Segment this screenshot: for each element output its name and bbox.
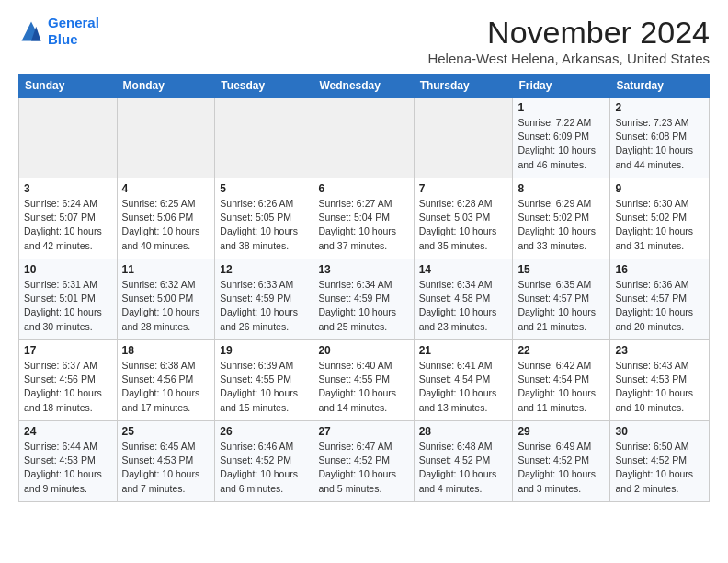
- day-info: Sunrise: 6:44 AMSunset: 4:53 PMDaylight:…: [24, 440, 112, 496]
- day-info: Sunrise: 6:45 AMSunset: 4:53 PMDaylight:…: [122, 440, 210, 496]
- logo-icon: [18, 18, 44, 44]
- day-number: 12: [220, 263, 308, 276]
- calendar-cell: 16Sunrise: 6:36 AMSunset: 4:57 PMDayligh…: [610, 259, 710, 340]
- week-row-5: 24Sunrise: 6:44 AMSunset: 4:53 PMDayligh…: [19, 421, 710, 502]
- day-number: 28: [419, 425, 508, 438]
- day-info: Sunrise: 6:29 AMSunset: 5:02 PMDaylight:…: [518, 197, 605, 253]
- week-row-4: 17Sunrise: 6:37 AMSunset: 4:56 PMDayligh…: [19, 340, 710, 421]
- day-number: 16: [615, 263, 704, 276]
- day-number: 26: [220, 425, 308, 438]
- week-row-2: 3Sunrise: 6:24 AMSunset: 5:07 PMDaylight…: [19, 178, 710, 259]
- calendar-cell: 20Sunrise: 6:40 AMSunset: 4:55 PMDayligh…: [313, 340, 414, 421]
- calendar-cell: 9Sunrise: 6:30 AMSunset: 5:02 PMDaylight…: [610, 178, 710, 259]
- day-number: 8: [518, 182, 605, 195]
- day-info: Sunrise: 7:23 AMSunset: 6:08 PMDaylight:…: [615, 116, 704, 172]
- calendar-cell: 25Sunrise: 6:45 AMSunset: 4:53 PMDayligh…: [117, 421, 215, 502]
- day-info: Sunrise: 6:40 AMSunset: 4:55 PMDaylight:…: [318, 359, 408, 415]
- weekday-header-wednesday: Wednesday: [313, 75, 414, 98]
- day-info: Sunrise: 6:39 AMSunset: 4:55 PMDaylight:…: [220, 359, 308, 415]
- day-info: Sunrise: 6:38 AMSunset: 4:56 PMDaylight:…: [122, 359, 210, 415]
- day-info: Sunrise: 6:31 AMSunset: 5:01 PMDaylight:…: [24, 278, 112, 334]
- day-info: Sunrise: 6:30 AMSunset: 5:02 PMDaylight:…: [615, 197, 704, 253]
- day-number: 23: [615, 344, 704, 357]
- day-number: 10: [24, 263, 112, 276]
- day-info: Sunrise: 6:32 AMSunset: 5:00 PMDaylight:…: [122, 278, 210, 334]
- logo-text: General Blue: [48, 15, 99, 48]
- day-info: Sunrise: 6:50 AMSunset: 4:52 PMDaylight:…: [615, 440, 704, 496]
- weekday-header-tuesday: Tuesday: [215, 75, 313, 98]
- day-number: 19: [220, 344, 308, 357]
- calendar-cell: 6Sunrise: 6:27 AMSunset: 5:04 PMDaylight…: [313, 178, 414, 259]
- weekday-header-monday: Monday: [117, 75, 215, 98]
- calendar-cell: 24Sunrise: 6:44 AMSunset: 4:53 PMDayligh…: [19, 421, 118, 502]
- day-number: 25: [122, 425, 210, 438]
- day-info: Sunrise: 6:47 AMSunset: 4:52 PMDaylight:…: [318, 440, 408, 496]
- day-info: Sunrise: 6:49 AMSunset: 4:52 PMDaylight:…: [518, 440, 605, 496]
- calendar-cell: [215, 98, 313, 178]
- calendar-cell: 17Sunrise: 6:37 AMSunset: 4:56 PMDayligh…: [19, 340, 118, 421]
- calendar-cell: 3Sunrise: 6:24 AMSunset: 5:07 PMDaylight…: [19, 178, 118, 259]
- logo: General Blue: [18, 15, 99, 48]
- day-info: Sunrise: 6:33 AMSunset: 4:59 PMDaylight:…: [220, 278, 308, 334]
- day-info: Sunrise: 6:28 AMSunset: 5:03 PMDaylight:…: [419, 197, 508, 253]
- day-info: Sunrise: 6:46 AMSunset: 4:52 PMDaylight:…: [220, 440, 308, 496]
- calendar-cell: 19Sunrise: 6:39 AMSunset: 4:55 PMDayligh…: [215, 340, 313, 421]
- day-info: Sunrise: 6:42 AMSunset: 4:54 PMDaylight:…: [518, 359, 605, 415]
- day-number: 3: [24, 182, 112, 195]
- weekday-header-saturday: Saturday: [610, 75, 710, 98]
- title-block: November 2024 Helena-West Helena, Arkans…: [427, 15, 710, 66]
- calendar-cell: 21Sunrise: 6:41 AMSunset: 4:54 PMDayligh…: [414, 340, 513, 421]
- calendar-cell: 30Sunrise: 6:50 AMSunset: 4:52 PMDayligh…: [610, 421, 710, 502]
- calendar-cell: 2Sunrise: 7:23 AMSunset: 6:08 PMDaylight…: [610, 98, 710, 178]
- day-info: Sunrise: 6:25 AMSunset: 5:06 PMDaylight:…: [122, 197, 210, 253]
- logo-line1: General: [48, 15, 99, 30]
- day-number: 7: [419, 182, 508, 195]
- calendar-cell: 4Sunrise: 6:25 AMSunset: 5:06 PMDaylight…: [117, 178, 215, 259]
- calendar-cell: 22Sunrise: 6:42 AMSunset: 4:54 PMDayligh…: [513, 340, 610, 421]
- calendar-cell: 13Sunrise: 6:34 AMSunset: 4:59 PMDayligh…: [313, 259, 414, 340]
- day-number: 9: [615, 182, 704, 195]
- day-number: 30: [615, 425, 704, 438]
- day-number: 13: [318, 263, 408, 276]
- weekday-header-row: SundayMondayTuesdayWednesdayThursdayFrid…: [19, 75, 710, 98]
- day-number: 14: [419, 263, 508, 276]
- day-info: Sunrise: 6:27 AMSunset: 5:04 PMDaylight:…: [318, 197, 408, 253]
- week-row-1: 1Sunrise: 7:22 AMSunset: 6:09 PMDaylight…: [19, 98, 710, 178]
- weekday-header-sunday: Sunday: [19, 75, 118, 98]
- day-number: 21: [419, 344, 508, 357]
- calendar-cell: 8Sunrise: 6:29 AMSunset: 5:02 PMDaylight…: [513, 178, 610, 259]
- calendar-cell: 10Sunrise: 6:31 AMSunset: 5:01 PMDayligh…: [19, 259, 118, 340]
- day-info: Sunrise: 6:34 AMSunset: 4:58 PMDaylight:…: [419, 278, 508, 334]
- calendar-cell: [414, 98, 513, 178]
- calendar-cell: 18Sunrise: 6:38 AMSunset: 4:56 PMDayligh…: [117, 340, 215, 421]
- day-number: 29: [518, 425, 605, 438]
- calendar-cell: 1Sunrise: 7:22 AMSunset: 6:09 PMDaylight…: [513, 98, 610, 178]
- calendar-cell: 28Sunrise: 6:48 AMSunset: 4:52 PMDayligh…: [414, 421, 513, 502]
- day-info: Sunrise: 6:36 AMSunset: 4:57 PMDaylight:…: [615, 278, 704, 334]
- day-info: Sunrise: 6:34 AMSunset: 4:59 PMDaylight:…: [318, 278, 408, 334]
- week-row-3: 10Sunrise: 6:31 AMSunset: 5:01 PMDayligh…: [19, 259, 710, 340]
- day-number: 15: [518, 263, 605, 276]
- calendar-cell: [19, 98, 118, 178]
- weekday-header-friday: Friday: [513, 75, 610, 98]
- day-number: 5: [220, 182, 308, 195]
- calendar-cell: 5Sunrise: 6:26 AMSunset: 5:05 PMDaylight…: [215, 178, 313, 259]
- day-info: Sunrise: 6:24 AMSunset: 5:07 PMDaylight:…: [24, 197, 112, 253]
- day-number: 18: [122, 344, 210, 357]
- calendar-cell: 27Sunrise: 6:47 AMSunset: 4:52 PMDayligh…: [313, 421, 414, 502]
- day-number: 1: [518, 101, 605, 114]
- page: General Blue November 2024 Helena-West H…: [0, 0, 728, 511]
- month-title: November 2024: [427, 15, 710, 51]
- day-number: 17: [24, 344, 112, 357]
- calendar-cell: 7Sunrise: 6:28 AMSunset: 5:03 PMDaylight…: [414, 178, 513, 259]
- day-info: Sunrise: 6:43 AMSunset: 4:53 PMDaylight:…: [615, 359, 704, 415]
- calendar-cell: 29Sunrise: 6:49 AMSunset: 4:52 PMDayligh…: [513, 421, 610, 502]
- day-number: 22: [518, 344, 605, 357]
- calendar-cell: 23Sunrise: 6:43 AMSunset: 4:53 PMDayligh…: [610, 340, 710, 421]
- day-info: Sunrise: 6:26 AMSunset: 5:05 PMDaylight:…: [220, 197, 308, 253]
- day-number: 24: [24, 425, 112, 438]
- location: Helena-West Helena, Arkansas, United Sta…: [427, 51, 710, 66]
- calendar-cell: 14Sunrise: 6:34 AMSunset: 4:58 PMDayligh…: [414, 259, 513, 340]
- day-number: 11: [122, 263, 210, 276]
- day-info: Sunrise: 7:22 AMSunset: 6:09 PMDaylight:…: [518, 116, 605, 172]
